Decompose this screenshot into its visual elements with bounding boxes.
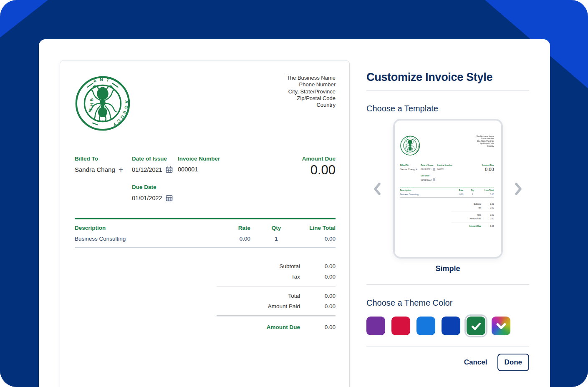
business-city: City, State/Province (287, 88, 336, 95)
background-canvas: ANT THE AGENCY (0, 0, 588, 387)
calendar-icon[interactable] (166, 194, 173, 201)
date-of-issue-label: Date of Issue (132, 156, 178, 162)
invoice-number-label: Invoice Number (178, 156, 302, 162)
line-items-table: Description Rate Qty Line Total Business… (75, 218, 336, 248)
date-of-issue-value[interactable]: 01/12/2021 (132, 166, 162, 173)
choose-color-heading: Choose a Theme Color (366, 298, 529, 307)
customize-invoice-modal: ANT THE AGENCY (39, 39, 550, 387)
mini-col-rate: Rate (449, 189, 463, 191)
billed-to-value[interactable]: Sandra Chang (75, 166, 115, 173)
ant-agency-logo: ANT THE AGENCY (75, 75, 131, 131)
mini-row-qty: 1 (463, 193, 482, 195)
next-template-button[interactable] (510, 180, 527, 198)
amount-paid-label: Amount Paid (268, 303, 300, 309)
mini-summary-amount-due-value: 0.00 (481, 225, 494, 227)
mini-subtotal-label: Subtotal (474, 203, 481, 205)
amount-paid-value: 0.00 (300, 303, 336, 309)
summary-divider (217, 286, 336, 286)
mini-due-date-label: Due Date (420, 175, 437, 177)
panel-title: Customize Invoice Style (366, 71, 529, 83)
mini-invoice-document: ANT THE AGENCY (395, 136, 499, 228)
mini-calendar-icon (432, 168, 435, 171)
customize-panel: Customize Invoice Style Choose a Templat… (366, 39, 529, 371)
choose-template-heading: Choose a Template (366, 104, 529, 113)
chevron-right-icon (513, 182, 523, 196)
mini-amount-due-label: Amount Due (482, 164, 494, 166)
billed-to-label: Billed To (75, 156, 132, 162)
tax-label: Tax (291, 274, 300, 280)
mini-invoice-number-label: Invoice Number (437, 164, 482, 166)
add-customer-plus-icon[interactable]: + (119, 167, 124, 173)
mini-col-line-total: Line Total (482, 189, 494, 191)
mini-tax-label: Tax (478, 207, 481, 209)
total-label: Total (288, 293, 300, 299)
check-icon (471, 321, 482, 332)
mini-amount-due-value: 0.00 (482, 167, 494, 172)
business-phone: Phone Number (287, 81, 336, 88)
mini-logo-arc-right-text: AGENCY (413, 144, 419, 154)
business-info: The Business Name Phone Number City, Sta… (287, 75, 336, 108)
color-swatch-dark-blue[interactable] (442, 317, 460, 335)
mini-amount-paid-label: Amount Paid (469, 218, 481, 220)
mini-total-label: Total (477, 214, 481, 216)
color-swatch-blue[interactable] (416, 317, 435, 335)
calendar-icon[interactable] (166, 166, 173, 173)
mini-col-qty: Qty (463, 189, 482, 191)
mini-calendar-icon (432, 178, 435, 181)
tax-value: 0.00 (300, 274, 336, 280)
mini-tax-value: 0.00 (481, 207, 494, 209)
subtotal-value: 0.00 (300, 263, 336, 269)
total-value: 0.00 (300, 293, 336, 299)
business-name: The Business Name (287, 75, 336, 81)
mini-amount-paid-value: 0.00 (481, 218, 494, 220)
color-swatch-green-selected[interactable] (467, 317, 485, 335)
invoice-document: ANT THE AGENCY (60, 75, 350, 332)
table-row: Business Consulting 0.00 1 0.00 (75, 236, 336, 242)
col-header-qty: Qty (250, 225, 302, 231)
invoice-number-value[interactable]: 000001 (178, 166, 198, 173)
due-date-value[interactable]: 01/01/2022 (132, 195, 162, 201)
mini-subtotal-value: 0.00 (481, 203, 494, 205)
mini-row-description: Business Consulting (400, 193, 449, 195)
panel-divider (366, 284, 529, 285)
mini-due-date-value: 01/01/2022 (420, 178, 431, 181)
panel-divider (366, 347, 529, 347)
mini-row-line-total: 0.00 (482, 193, 494, 195)
row-line-total: 0.00 (302, 236, 336, 242)
mini-total-value: 0.00 (481, 214, 494, 216)
mini-business-info: The Business Name Phone Number City, Sta… (476, 135, 494, 147)
mini-ant-agency-logo: ANT THE AGENCY (400, 136, 420, 156)
due-date-label: Due Date (132, 184, 178, 190)
cancel-button[interactable]: Cancel (464, 358, 487, 367)
color-swatch-purple[interactable] (366, 317, 385, 335)
template-simple-card[interactable]: ANT THE AGENCY (393, 119, 503, 259)
chevron-down-icon (496, 322, 507, 331)
color-swatch-custom[interactable] (492, 317, 510, 335)
business-country: Country (287, 102, 336, 108)
mini-plus-icon: + (416, 168, 417, 171)
color-swatch-red[interactable] (391, 317, 410, 335)
invoice-preview-card: ANT THE AGENCY (60, 60, 350, 387)
theme-color-swatches (366, 317, 529, 335)
invoice-summary: Subtotal 0.00 Tax 0.00 Total 0.00 Amount… (217, 261, 336, 332)
summary-double-divider (217, 315, 336, 317)
mini-summary-amount-due-label: Amount Due (469, 225, 481, 227)
row-description: Business Consulting (75, 236, 213, 242)
mini-row-rate: 0.00 (449, 193, 463, 195)
col-header-line-total: Line Total (302, 225, 336, 231)
done-button[interactable]: Done (497, 354, 530, 371)
mini-date-of-issue-value: 01/12/2021 (420, 168, 431, 171)
mini-col-description: Description (400, 189, 449, 191)
panel-divider (366, 90, 529, 90)
svg-text:AGENCY: AGENCY (413, 144, 419, 154)
business-zip: Zip/Postal Code (287, 95, 336, 102)
mini-invoice-number-value: 000001 (437, 168, 444, 171)
previous-template-button[interactable] (369, 180, 386, 198)
table-bottom-divider (75, 247, 336, 248)
mini-billed-to-label: Billed To (400, 164, 420, 166)
amount-due-value: 0.00 (302, 163, 336, 178)
row-qty: 1 (250, 236, 302, 242)
summary-amount-due-label: Amount Due (267, 324, 300, 330)
template-name-label: Simple (366, 264, 529, 274)
chevron-left-icon (372, 182, 382, 196)
